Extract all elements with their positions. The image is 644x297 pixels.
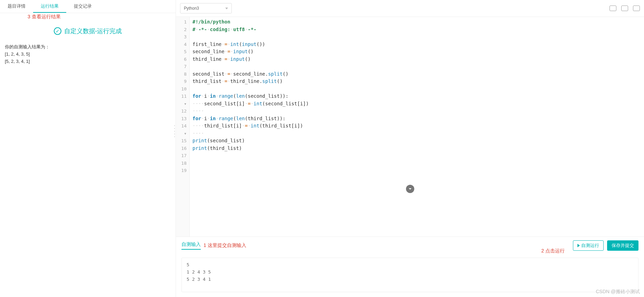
reset-icon[interactable]: [621, 6, 628, 11]
run-status-text: 自定义数据-运行完成: [64, 27, 122, 35]
left-panel: 题目详情运行结果提交记录 3 查看运行结果 ✓ 自定义数据-运行完成 你的自测输…: [0, 0, 176, 297]
tab-selftest-input[interactable]: 自测输入: [181, 241, 201, 250]
self-test-run-button[interactable]: 自测运行: [573, 240, 604, 251]
result-line: [5, 2, 3, 4, 1]: [5, 58, 171, 65]
watermark: CSDN @搬砖小测试: [596, 289, 640, 295]
save-submit-label: 保存并提交: [612, 242, 634, 249]
editor-gutter: 1234567891011 ▾121314 ▾1516171819: [176, 17, 190, 237]
keyboard-icon[interactable]: [610, 6, 616, 11]
run-status: ✓ 自定义数据-运行完成: [0, 27, 176, 35]
chevron-down-icon: [408, 187, 412, 191]
collapse-toggle[interactable]: [406, 185, 414, 193]
editor-code[interactable]: #!/bin/python#·-*-·coding:·utf8·-*- firs…: [190, 17, 644, 237]
left-tabs: 题目详情运行结果提交记录: [0, 0, 176, 13]
splitter-grip[interactable]: [174, 124, 176, 138]
tab-2[interactable]: 提交记录: [66, 0, 99, 13]
editor-toolbar: Python3: [176, 0, 644, 17]
bottom-header: 自测输入 1 这里提交自测输入 自测运行 保存并提交: [181, 240, 638, 251]
self-test-input[interactable]: 5 1 2 4 3 5 5 2 3 4 1: [181, 258, 638, 292]
right-panel: Python3 1234567891011 ▾121314 ▾151617181…: [176, 0, 644, 297]
bottom-pane: 自测输入 1 这里提交自测输入 自测运行 保存并提交 2 点击运行 5 1 2 …: [176, 237, 644, 297]
check-circle-icon: ✓: [54, 27, 61, 35]
annotation-2: 2 点击运行: [541, 248, 565, 254]
language-value: Python3: [184, 6, 199, 11]
result-block: 你的自测输入结果为： [1, 2, 4, 3, 5][5, 2, 3, 4, 1…: [0, 39, 176, 70]
code-editor[interactable]: 1234567891011 ▾121314 ▾1516171819 #!/bin…: [176, 17, 644, 237]
fullscreen-icon[interactable]: [633, 6, 640, 11]
language-select[interactable]: Python3: [180, 3, 232, 13]
tab-1[interactable]: 运行结果: [33, 0, 66, 13]
save-submit-button[interactable]: 保存并提交: [607, 240, 638, 251]
result-line: [1, 2, 4, 3, 5]: [5, 51, 171, 58]
tab-0[interactable]: 题目详情: [0, 0, 33, 13]
result-label: 你的自测输入结果为：: [5, 44, 171, 51]
toolbar-right: [610, 6, 640, 11]
annotation-1: 1 这里提交自测输入: [204, 242, 246, 249]
play-icon: [577, 244, 580, 247]
annotation-3: 3 查看运行结果: [28, 14, 61, 20]
self-test-run-label: 自测运行: [581, 242, 599, 249]
